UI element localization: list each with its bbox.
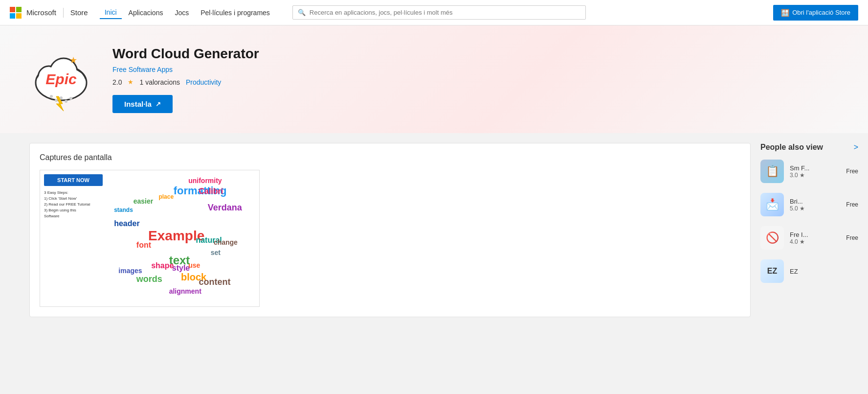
nav-inici[interactable]: Inici (100, 6, 122, 19)
logo-green (16, 7, 22, 12)
related-app-meta: 3.0 ★ (790, 172, 840, 179)
related-app-name: EZ (790, 268, 852, 275)
related-app-icon: EZ (760, 259, 784, 283)
related-app-name: Fre I... (790, 231, 840, 238)
screenshot-image: START NOW 3 Easy Steps: 1) Click 'Start … (40, 170, 260, 307)
search-input[interactable] (310, 9, 580, 16)
word-cloud-word: words (136, 274, 162, 284)
related-app-icon-inner: EZ (760, 259, 784, 283)
brand-area: Microsoft Store (10, 7, 88, 19)
header: Microsoft Store Inici Aplicacions Jocs P… (0, 0, 868, 25)
external-link-icon: ↗ (156, 100, 161, 108)
related-app-icon: 🚫 (760, 226, 784, 250)
wc-left: START NOW 3 Easy Steps: 1) Click 'Start … (44, 174, 103, 302)
people-also-view-title: People also view (760, 143, 823, 152)
section-header: People also view > (760, 143, 858, 152)
microsoft-logo (10, 7, 22, 19)
related-app-price: Free (846, 168, 858, 175)
related-app-price: Free (846, 234, 858, 241)
nav-jocs[interactable]: Jocs (170, 7, 194, 19)
screenshots-title: Captures de pantalla (40, 153, 740, 162)
logo-yellow (16, 13, 22, 19)
word-cloud-word: alignment (169, 287, 201, 295)
install-button[interactable]: Instal·la ↗ (112, 95, 173, 113)
nav-pellicules[interactable]: Pel·lícules i programes (196, 7, 275, 19)
word-cloud-word: images (118, 267, 142, 275)
svg-point-11 (50, 95, 53, 98)
related-app-price: Free (846, 201, 858, 208)
rating-star: ★ (128, 78, 134, 86)
related-app-icon-inner: 📋 (760, 160, 784, 183)
related-app-icon-inner: 🚫 (760, 226, 784, 250)
open-store-button[interactable]: 🪟 Obri l'aplicació Store (773, 5, 858, 21)
app-rating: 2.0 (112, 78, 122, 86)
svg-point-15 (69, 97, 72, 100)
word-cloud-word: use (188, 261, 200, 269)
main-content: Captures de pantalla START NOW 3 Easy St… (0, 133, 868, 327)
hero-section: Epic ★ Word Cloud Generator Free Softwar… (0, 25, 868, 133)
word-cloud-word: content (199, 277, 230, 287)
related-app-icon-inner: 📩 (760, 193, 784, 216)
related-app-meta: 5.0 ★ (790, 205, 840, 212)
svg-point-13 (60, 96, 63, 99)
wc-right: formattingExampletextCalibriVerdanaheade… (107, 174, 255, 302)
svg-point-14 (65, 100, 67, 103)
search-area: 🔍 (292, 5, 586, 20)
wc-container: START NOW 3 Easy Steps: 1) Click 'Start … (40, 170, 259, 306)
app-icon: Epic ★ (29, 47, 93, 111)
nav-links: Inici Aplicacions Jocs Pel·lícules i pro… (100, 6, 275, 19)
related-app-item[interactable]: 🚫Fre I...4.0 ★Free (760, 226, 858, 250)
start-now-button: START NOW (44, 174, 103, 186)
logo-blue (10, 13, 15, 19)
word-cloud-word: change (214, 238, 238, 246)
app-title: Word Cloud Generator (112, 46, 839, 62)
content-right: People also view > 📋Sm F...3.0 ★Free📩Bri… (751, 143, 858, 317)
app-publisher[interactable]: Free Software Apps (112, 66, 839, 73)
svg-point-12 (55, 99, 58, 102)
nav-aplicacions[interactable]: Aplicacions (124, 7, 168, 19)
related-app-info: Fre I...4.0 ★ (790, 231, 840, 245)
related-app-meta: 4.0 ★ (790, 238, 840, 245)
word-cloud-word: style (172, 264, 190, 273)
related-app-name: Bri... (790, 198, 840, 205)
content-left: Captures de pantalla START NOW 3 Easy St… (29, 143, 751, 317)
word-cloud-word: stands (114, 207, 133, 213)
svg-text:Epic: Epic (45, 71, 77, 87)
related-app-item[interactable]: EZEZ (760, 259, 858, 283)
word-cloud-word: shape (151, 261, 174, 270)
related-app-info: EZ (790, 268, 852, 275)
word-cloud-word: uniformity (188, 177, 222, 185)
related-app-icon: 📋 (760, 160, 784, 183)
app-category[interactable]: Productivity (186, 78, 221, 86)
app-meta: 2.0 ★ 1 valoracions Productivity (112, 78, 839, 86)
search-box: 🔍 (292, 5, 586, 20)
related-apps-list: 📋Sm F...3.0 ★Free📩Bri...5.0 ★Free🚫Fre I.… (760, 160, 858, 283)
open-store-label: Obri l'aplicació Store (792, 9, 850, 16)
word-cloud-word: set (211, 249, 221, 256)
store-label: Store (70, 8, 88, 17)
related-app-name: Sm F... (790, 164, 840, 172)
word-cloud-word: place (158, 193, 174, 200)
hero-info: Word Cloud Generator Free Software Apps … (112, 46, 839, 113)
brand-divider (63, 8, 64, 18)
section-arrow[interactable]: > (854, 143, 858, 152)
word-cloud-word: header (114, 219, 139, 228)
word-cloud-word: Verdana (208, 203, 242, 213)
search-icon: 🔍 (298, 9, 306, 16)
screenshots-section: Captures de pantalla START NOW 3 Easy St… (29, 143, 751, 317)
steps-text: 3 Easy Steps: 1) Click 'Start Now' 2) Re… (44, 190, 103, 219)
people-also-view: People also view > 📋Sm F...3.0 ★Free📩Bri… (760, 143, 858, 283)
svg-text:★: ★ (69, 55, 77, 65)
logo-red (10, 7, 15, 12)
app-icon-wrapper: Epic ★ (29, 47, 93, 111)
related-app-item[interactable]: 📋Sm F...3.0 ★Free (760, 160, 858, 183)
word-cloud-word: Calibri (199, 187, 223, 196)
related-app-info: Sm F...3.0 ★ (790, 164, 840, 179)
brand-name: Microsoft (26, 8, 56, 17)
related-app-item[interactable]: 📩Bri...5.0 ★Free (760, 193, 858, 216)
install-label: Instal·la (124, 100, 152, 108)
related-app-info: Bri...5.0 ★ (790, 198, 840, 212)
app-reviews: 1 valoracions (139, 78, 180, 86)
word-cloud-word: font (136, 241, 151, 250)
store-icon: 🪟 (781, 9, 789, 17)
